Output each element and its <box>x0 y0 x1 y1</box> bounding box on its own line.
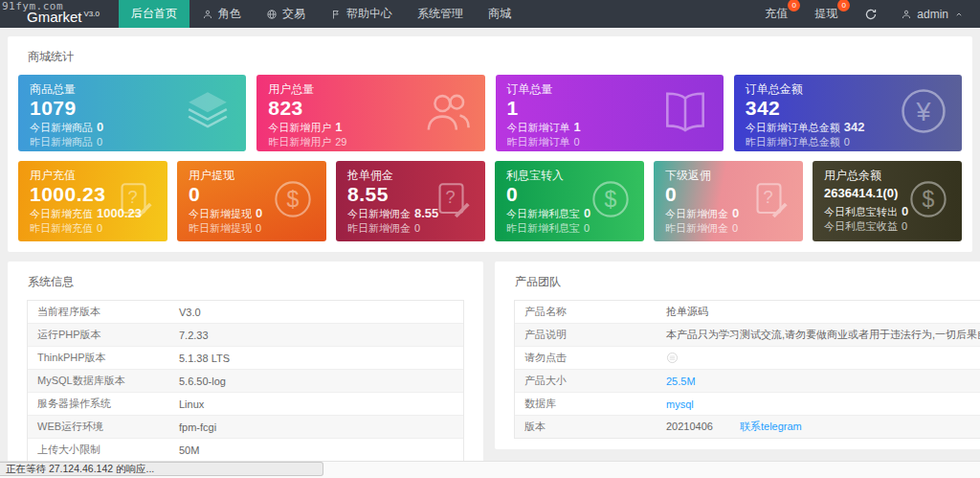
card-today-value: 1 <box>335 120 342 134</box>
card-today-label: 今日利息宝转出 <box>824 206 898 217</box>
stat-card-total-users: 用户总量 823 今日新增用户1 昨日新增用户29 <box>256 75 484 151</box>
table-row: 上传大小限制50M <box>28 439 463 462</box>
card-today-value: 342 <box>844 120 865 134</box>
card-today-value: 1 <box>574 120 581 134</box>
recharge-link[interactable]: 充值 0 <box>765 6 788 22</box>
row-label: 产品大小 <box>524 374 666 388</box>
system-info-panel: 系统信息 当前程序版本V3.0 运行PHP版本7.2.33 ThinkPHP版本… <box>8 262 483 478</box>
telegram-contact-link[interactable]: 联系telegram <box>740 421 802 432</box>
bottom-strip: 正在等待 27.124.46.142 的响应... <box>0 461 980 478</box>
row-label: 产品说明 <box>524 328 666 342</box>
stat-card-interest-transfer-in: 利息宝转入 0 今日新增利息宝0 昨日新增利息宝0 $ <box>495 161 644 241</box>
table-row: WEB运行环境fpm-fcgi <box>28 416 463 439</box>
layers-icon <box>181 84 234 142</box>
menu-item-label: 商城 <box>488 6 511 22</box>
svg-text:¥: ¥ <box>916 98 931 126</box>
svg-text:?: ? <box>128 188 138 207</box>
card-yesterday-label: 昨日新增商品 <box>30 136 93 148</box>
row-value: 7.2.33 <box>179 330 456 341</box>
stat-card-total-products: 商品总量 1079 今日新增商品0 昨日新增商品0 <box>18 75 246 151</box>
stats-row-1: 商品总量 1079 今日新增商品0 昨日新增商品0 用户总量 823 今日新增用… <box>18 75 962 151</box>
card-yesterday-value: 0 <box>574 136 580 148</box>
row-value: 本产品只为学习测试交流,请勿要做商业或者用于违法行为,一切后果自负 <box>666 328 980 342</box>
row-value: 抢单源码 <box>666 305 980 319</box>
main-menu: 后台首页 角色 交易 帮助中心 系统管理 商城 <box>119 0 523 28</box>
broken-image-icon[interactable] <box>666 352 980 364</box>
dollar-circle-icon: $ <box>271 177 315 225</box>
menu-item-help-center[interactable]: 帮助中心 <box>318 0 405 28</box>
card-today-label: 今日新增用户 <box>268 122 331 133</box>
database-link[interactable]: mysql <box>666 398 980 410</box>
svg-text:?: ? <box>764 188 773 207</box>
stat-card-subordinate-rebate: 下级返佣 0 今日新增佣金0 昨日新增佣金0 ? <box>654 161 803 241</box>
users-icon <box>420 84 474 142</box>
card-today-label: 今日新增商品 <box>30 122 93 133</box>
navbar-right: 充值 0 提现 0 admin <box>751 0 980 28</box>
menu-item-system-management[interactable]: 系统管理 <box>405 0 476 28</box>
browser-status-bubble: 正在等待 27.124.46.142 的响应... <box>0 462 323 476</box>
stat-card-user-withdraw: 用户提现 0 今日新增提现0 昨日新增提现0 $ <box>177 161 326 241</box>
withdraw-link[interactable]: 提现 0 <box>814 6 837 22</box>
card-today-value: 0 <box>256 206 262 220</box>
card-today-label: 今日新增利息宝 <box>506 208 580 219</box>
card-yesterday-value: 0 <box>732 222 738 234</box>
card-today-value: 0 <box>97 120 103 134</box>
row-label: 产品名称 <box>524 305 666 319</box>
main-content: 商城统计 商品总量 1079 今日新增商品0 昨日新增商品0 用户总量 823 … <box>0 28 980 478</box>
menu-item-mall[interactable]: 商城 <box>476 0 523 28</box>
card-yesterday-label: 昨日新增充值 <box>30 222 93 234</box>
username-label: admin <box>917 8 948 21</box>
card-yesterday-value: 29 <box>335 136 346 148</box>
doc-question-icon: ? <box>747 177 791 225</box>
row-value: fpm-fcgi <box>179 421 456 433</box>
card-today-value: 0 <box>732 206 739 220</box>
chevron-up-icon <box>953 9 965 20</box>
menu-item-dashboard[interactable]: 后台首页 <box>119 0 189 28</box>
book-icon <box>658 84 712 142</box>
table-row: MySQL数据库版本5.6.50-log <box>28 370 463 393</box>
table-row: 服务器操作系统Linux <box>28 393 463 416</box>
menu-item-roles[interactable]: 角色 <box>189 0 254 28</box>
table-row: 数据库mysql <box>515 393 980 416</box>
refresh-button[interactable] <box>864 8 878 21</box>
globe-icon <box>266 9 278 20</box>
product-team-panel: 产品团队 产品名称抢单源码 产品说明本产品只为学习测试交流,请勿要做商业或者用于… <box>495 262 980 449</box>
menu-item-trade[interactable]: 交易 <box>254 0 318 28</box>
card-yesterday-value: 0 <box>97 222 102 234</box>
person-icon <box>901 9 912 20</box>
card-yesterday-label: 昨日新增利息宝 <box>506 222 580 234</box>
row-label: 请勿点击 <box>524 351 666 365</box>
row-value: 5.1.38 LTS <box>179 353 456 364</box>
stat-card-total-order-amount: 订单总金额 342 今日新增订单总金额342 昨日新增订单总金额0 ¥ <box>734 75 962 151</box>
yen-circle-icon: ¥ <box>897 84 950 142</box>
product-team-title: 产品团队 <box>515 274 980 290</box>
card-yesterday-label: 昨日新增用户 <box>268 136 331 148</box>
row-value: 5.6.50-log <box>179 376 456 387</box>
card-yesterday-label: 昨日新增佣金 <box>347 222 411 234</box>
dollar-circle-icon: $ <box>589 177 633 225</box>
dollar-circle-icon: $ <box>906 177 950 225</box>
row-label: 数据库 <box>524 397 666 411</box>
flag-icon <box>330 9 342 20</box>
card-today-label: 今日新增提现 <box>189 208 252 219</box>
doc-question-icon: ? <box>430 177 474 225</box>
menu-item-label: 交易 <box>282 6 305 22</box>
stats-panel: 商城统计 商品总量 1079 今日新增商品0 昨日新增商品0 用户总量 823 … <box>8 36 972 252</box>
row-label: 服务器操作系统 <box>37 397 179 411</box>
card-yesterday-value: 0 <box>97 136 102 148</box>
stats-panel-title: 商城统计 <box>28 49 962 65</box>
user-menu[interactable]: admin <box>901 8 965 21</box>
svg-text:$: $ <box>605 187 617 212</box>
person-icon <box>202 9 213 20</box>
row-value: V3.0 <box>179 307 456 318</box>
product-size-link[interactable]: 25.5M <box>666 376 980 387</box>
card-yesterday-label: 昨日新增佣金 <box>665 222 728 234</box>
stat-card-grab-commission: 抢单佣金 8.55 今日新增佣金8.55 昨日新增佣金0 ? <box>336 161 485 241</box>
version-value: 20210406 <box>666 421 713 432</box>
product-team-table: 产品名称抢单源码 产品说明本产品只为学习测试交流,请勿要做商业或者用于违法行为,… <box>514 300 980 439</box>
card-yesterday-value: 0 <box>414 222 420 234</box>
row-label: WEB运行环境 <box>37 420 179 434</box>
table-row: 产品大小25.5M <box>515 370 980 393</box>
svg-text:?: ? <box>446 188 456 207</box>
card-today-label: 今日新增佣金 <box>665 208 728 219</box>
